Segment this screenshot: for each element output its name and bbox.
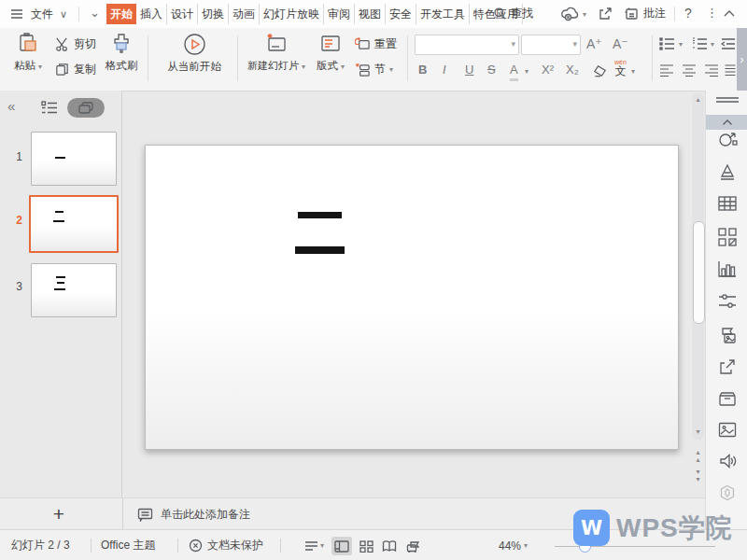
tab-animation[interactable]: 动画: [229, 4, 260, 24]
sidebar-collapse-button[interactable]: [706, 115, 747, 130]
slide-sorter-view-button[interactable]: [356, 537, 376, 555]
section-button[interactable]: 节▾: [355, 62, 393, 77]
divider: [237, 35, 238, 81]
adjust-settings-icon[interactable]: [718, 293, 737, 310]
wordart-icon[interactable]: [717, 162, 738, 181]
italic-button[interactable]: I: [443, 60, 446, 80]
new-slide-icon: [263, 32, 289, 56]
previous-slide-icon[interactable]: ▴▴: [692, 449, 704, 464]
font-name-combobox[interactable]: ▾: [415, 35, 519, 55]
shape-tool-icon[interactable]: [717, 130, 738, 148]
slide-canvas[interactable]: [145, 145, 679, 450]
slides-view-toggle[interactable]: [67, 98, 105, 118]
play-from-current-button[interactable]: 从当前开始: [153, 32, 235, 74]
strikethrough-button[interactable]: S: [487, 60, 496, 80]
add-slide-button[interactable]: +: [45, 500, 73, 528]
slide-3-thumbnail[interactable]: [31, 263, 117, 317]
cut-button[interactable]: 剪切: [54, 36, 96, 52]
superscript-button[interactable]: X²: [542, 60, 554, 80]
sidebar-handle-icon[interactable]: [716, 96, 739, 104]
document-protection[interactable]: 文档未保护: [189, 530, 263, 560]
chart-icon[interactable]: [718, 260, 737, 277]
numbered-dropdown-icon[interactable]: ▾: [711, 40, 714, 49]
presenter-view-button[interactable]: [403, 537, 424, 555]
paste-button[interactable]: 粘贴 ▾: [7, 32, 49, 73]
reading-view-button[interactable]: [379, 537, 400, 555]
copy-icon: [54, 62, 70, 77]
scrollbar-thumb[interactable]: [693, 221, 705, 324]
audio-icon[interactable]: [718, 453, 737, 469]
reset-icon: [355, 36, 371, 52]
media-library-icon[interactable]: [718, 326, 737, 344]
tab-view[interactable]: 视图: [355, 4, 386, 24]
bullet-dropdown-icon[interactable]: ▾: [679, 40, 683, 49]
bullet-list-icon[interactable]: [659, 37, 676, 50]
collapse-ribbon-icon[interactable]: [723, 8, 736, 18]
wps-academy-watermark: W WPS学院: [573, 510, 733, 546]
smart-layout-icon[interactable]: [718, 228, 737, 246]
find-button[interactable]: 查找: [493, 6, 533, 21]
tab-design[interactable]: 设计: [167, 4, 198, 24]
tab-home[interactable]: 开始: [106, 4, 136, 24]
normal-view-button[interactable]: [331, 537, 352, 555]
underline-button[interactable]: U: [465, 60, 473, 80]
scroll-down-icon[interactable]: ▾: [692, 428, 704, 436]
cloud-sync-button[interactable]: ▾: [560, 7, 586, 21]
next-slide-icon[interactable]: ▾▾: [692, 469, 704, 483]
copy-button[interactable]: 复制: [54, 62, 96, 77]
new-slide-button[interactable]: 新建幻灯片 ▾: [243, 32, 310, 73]
notes-toggle-button[interactable]: ▾: [304, 530, 324, 560]
share-icon[interactable]: [598, 7, 613, 21]
decrease-font-button[interactable]: A⁻: [613, 34, 628, 54]
table-icon[interactable]: [718, 195, 737, 212]
layout-button[interactable]: 版式 ▾: [308, 32, 353, 73]
clear-format-icon[interactable]: [592, 63, 608, 79]
scissors-icon: [54, 36, 70, 52]
phonetic-dropdown-icon[interactable]: ▾: [631, 67, 635, 76]
right-sidebar: [705, 91, 747, 529]
share-panel-icon[interactable]: [718, 358, 737, 375]
tab-insert[interactable]: 插入: [136, 4, 167, 24]
format-painter-button[interactable]: 格式刷: [99, 32, 144, 73]
tab-security[interactable]: 安全: [386, 4, 416, 24]
help-button[interactable]: ?: [684, 6, 692, 21]
align-center-icon[interactable]: [682, 63, 697, 77]
tab-review[interactable]: 审阅: [324, 4, 355, 24]
tab-devtools[interactable]: 开发工具: [416, 4, 470, 24]
picture-icon[interactable]: [718, 422, 737, 438]
outline-view-icon[interactable]: [41, 101, 58, 115]
slide-2-thumbnail-selected[interactable]: [29, 195, 119, 253]
reset-button[interactable]: 重置: [355, 36, 397, 52]
bold-button[interactable]: B: [418, 60, 427, 80]
phonetic-guide-button[interactable]: wén 文: [614, 59, 627, 77]
subscript-button[interactable]: X₂: [566, 60, 579, 80]
scroll-up-icon[interactable]: ▴: [692, 96, 704, 104]
font-color-dropdown-icon[interactable]: ▾: [525, 67, 529, 76]
align-right-icon[interactable]: [704, 63, 719, 77]
slide-text-stroke-bottom: [295, 246, 345, 254]
justify-icon[interactable]: [725, 63, 736, 77]
file-menu-caret-icon[interactable]: ∨: [60, 8, 67, 21]
collapse-panel-button[interactable]: «: [7, 98, 15, 114]
font-size-combobox[interactable]: ▾: [521, 35, 581, 55]
comment-button[interactable]: 批注: [624, 6, 666, 21]
slide-1-thumbnail[interactable]: [31, 132, 117, 186]
file-menu[interactable]: 文件: [31, 7, 53, 22]
theme-name[interactable]: Office 主题: [101, 530, 155, 560]
slides-panel: « 1 2 3: [0, 91, 122, 497]
quick-access-caret-icon[interactable]: ⌄: [90, 6, 100, 20]
tab-transition[interactable]: 切换: [198, 4, 229, 24]
more-menu-button[interactable]: ⋮: [706, 6, 718, 20]
tab-slideshow[interactable]: 幻灯片放映: [260, 4, 324, 24]
align-left-icon[interactable]: [659, 63, 674, 77]
increase-font-button[interactable]: A⁺: [586, 34, 602, 54]
eco-mode-icon[interactable]: [719, 484, 736, 501]
decrease-indent-icon[interactable]: [721, 37, 736, 50]
numbered-list-icon[interactable]: [691, 37, 708, 50]
resource-box-icon[interactable]: [718, 391, 737, 407]
hamburger-icon[interactable]: [9, 7, 24, 21]
zoom-level[interactable]: 44% ▾: [499, 530, 528, 560]
font-color-button[interactable]: A: [510, 62, 518, 81]
menu-bar: 文件 ∨ ⌄ 开始 插入 设计 切换 动画 幻灯片放映 审阅 视图 安全 开发工…: [0, 0, 747, 29]
expand-toolbar-button[interactable]: ›: [737, 28, 747, 91]
